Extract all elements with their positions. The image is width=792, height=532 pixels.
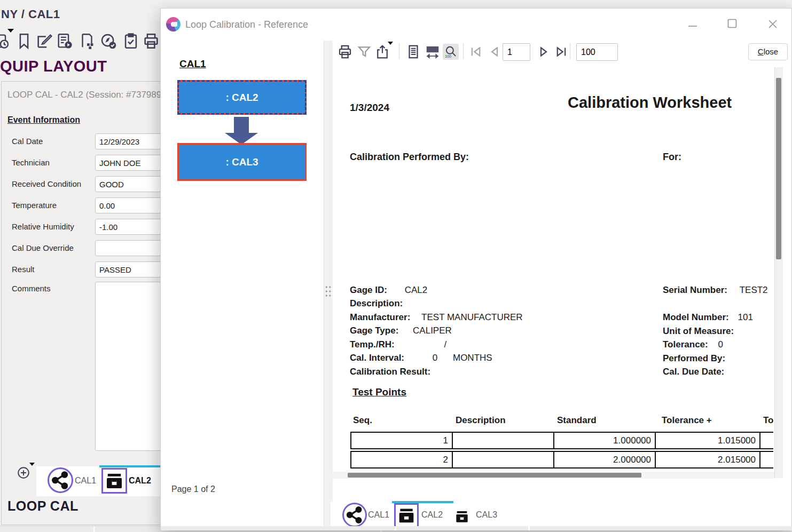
gage-type-label: Gage Type: [350,325,398,336]
print-report-icon[interactable] [337,44,353,60]
close-window-icon[interactable] [767,18,779,30]
history-icon[interactable] [0,32,11,50]
filter-icon[interactable] [356,44,372,60]
for-label: For: [663,152,681,163]
report-date: 1/3/2024 [350,102,389,114]
zoom-level-input[interactable] [576,43,618,61]
share-icon-highlight[interactable] [342,503,367,527]
gage-id-label: Gage ID: [350,285,387,295]
export-caret-icon[interactable] [388,42,393,45]
temperature-input[interactable] [95,197,164,213]
cal-date-input[interactable] [95,133,164,149]
cell-standard: 1.000000 [553,432,655,449]
add-session-button[interactable] [17,466,30,480]
performed-by-label: Calibration Performed By: [350,152,469,163]
technician-input[interactable] [95,155,164,171]
cal-interval-label: Cal. Interval: [350,353,404,363]
page-number-input[interactable] [503,43,530,61]
page-title: QUIP LAYOUT [0,58,107,75]
performed-by-row: Performed By: [663,353,725,364]
minimize-icon[interactable] [687,22,699,30]
tolerance-value: 0 [718,339,723,350]
modal-title: Loop Calibration - Reference [185,19,308,30]
close-button[interactable]: Close [748,43,788,60]
temperature-label: Temperature [12,201,57,210]
report-title: Calibration Worksheet [568,94,732,112]
gage-id-value: CAL2 [405,285,428,295]
toolbar-separator [570,44,570,59]
tab-cal2[interactable]: CAL2 [129,476,151,486]
edit-icon[interactable] [35,32,53,50]
diagram-node-cal3[interactable]: : CAL3 [177,143,307,181]
result-input[interactable] [95,261,164,277]
col-standard: Standard [557,415,597,426]
cal-due-date-row: Cal. Due Date: [663,367,724,377]
result-label: Result [12,265,35,274]
app-logo-icon [166,17,181,31]
modal-tab-cal2[interactable]: CAL2 [421,510,443,520]
horizontal-scrollbar-thumb[interactable] [348,473,641,478]
cal-interval-value: 0 [433,353,437,363]
cal-date-label: Cal Date [12,137,43,146]
modal-tab-cal3[interactable]: CAL3 [476,510,497,520]
description-row: Description: [350,298,410,309]
page-view-icon[interactable] [405,44,421,60]
relative-humidity-label: Relative Humidity [12,222,74,231]
last-page-icon[interactable] [553,44,569,60]
cal-due-date-label: Cal. Due Date: [663,367,724,377]
bookmark-icon[interactable] [15,32,33,50]
comments-textarea[interactable] [95,282,164,451]
modal-tab-cal1[interactable]: CAL1 [368,510,389,520]
tolerance-label: Tolerance: [663,339,708,350]
serial-number-value: TEST2 [740,285,768,295]
gage-type-value: CALIPER [413,325,452,336]
diagram-node-cal2[interactable]: : CAL2 [177,80,307,115]
comments-label: Comments [12,284,51,293]
diagram-root-label[interactable]: CAL1 [179,58,206,70]
add-dropdown-caret-icon[interactable] [29,463,35,466]
cal-interval-row: Cal. Interval: 0 MONTHS [350,353,492,363]
gage-id-row: Gage ID: CAL2 [350,285,427,296]
clipboard-check-icon[interactable] [122,32,140,50]
toolbox-icon-highlight[interactable] [101,468,127,494]
tab-cal1[interactable]: CAL1 [75,476,96,486]
received-condition-input[interactable] [95,176,164,192]
document-convert-icon[interactable] [78,32,96,50]
vertical-scrollbar-thumb[interactable] [776,78,781,259]
toolbar-separator [463,44,464,59]
test-point-row-1: 1 1.000000 1.015000 [350,432,773,449]
temp-rh-value: / [444,339,446,350]
breadcrumb: NY / CAL1 [1,7,60,21]
compass-check-icon[interactable] [99,32,117,50]
report-run-icon[interactable] [56,32,74,50]
serial-number-label: Serial Number: [663,285,727,295]
share-icon-highlight[interactable] [48,467,73,493]
first-page-icon[interactable] [468,44,484,60]
col-description: Description [456,415,506,426]
grid-cell-divider [93,526,95,532]
previous-page-icon[interactable] [487,44,503,60]
technician-label: Technician [12,158,50,167]
print-icon[interactable] [142,32,160,50]
cal-due-override-input[interactable] [95,240,164,256]
cal-due-override-label: Cal Due Override [12,243,74,252]
toolbox-icon[interactable] [453,508,471,525]
relative-humidity-input[interactable] [95,219,164,235]
dropdown-caret-icon[interactable] [7,29,14,33]
toolbox-icon-highlight[interactable] [394,503,419,528]
cell-description [452,451,553,469]
cell-seq: 2 [350,451,452,469]
performed-by-field-label: Performed By: [663,353,725,363]
cell-tolerance-minus [759,432,773,449]
cell-description [452,432,553,449]
col-tolerance-minus: To [763,415,773,426]
active-tab-indicator [99,465,160,467]
received-condition-label: Received Condition [12,179,81,188]
export-icon[interactable] [374,44,390,60]
splitter-grip-icon[interactable] [325,285,332,298]
fit-width-icon[interactable] [425,44,441,60]
next-page-icon[interactable] [536,44,552,60]
zoom-100-icon[interactable]: 100 [443,44,459,60]
session-panel-title: LOOP CAL - CAL2 (Session: #737989 [7,90,160,100]
maximize-icon[interactable] [727,18,738,29]
